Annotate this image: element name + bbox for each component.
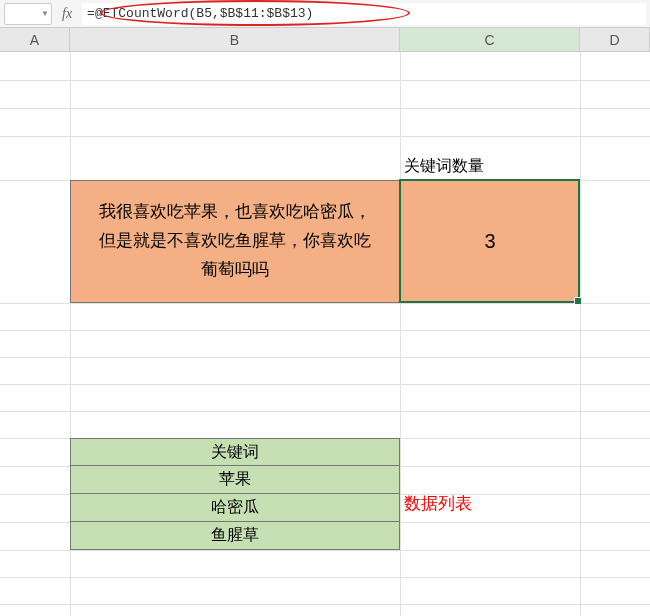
chevron-down-icon: ▼ bbox=[41, 9, 49, 18]
table-row[interactable]: 哈密瓜 bbox=[70, 494, 400, 522]
formula-bar: ▼ fx =@ETCountWord(B5,$B$11:$B$13) bbox=[0, 0, 650, 28]
cell-C5-result[interactable]: 3 bbox=[400, 180, 580, 303]
cell-B5-text[interactable]: 我很喜欢吃苹果，也喜欢吃哈密瓜，但是就是不喜欢吃鱼腥草，你喜欢吃葡萄吗吗 bbox=[70, 180, 400, 303]
fx-icon[interactable]: fx bbox=[56, 6, 78, 22]
col-header-A[interactable]: A bbox=[0, 28, 70, 52]
keyword-table: 关键词 苹果 哈密瓜 鱼腥草 bbox=[70, 438, 400, 550]
column-headers: A B C D bbox=[0, 28, 650, 52]
col-header-C[interactable]: C bbox=[400, 28, 580, 52]
orange-block: 我很喜欢吃苹果，也喜欢吃哈密瓜，但是就是不喜欢吃鱼腥草，你喜欢吃葡萄吗吗 3 bbox=[70, 180, 580, 303]
formula-input[interactable]: =@ETCountWord(B5,$B$11:$B$13) bbox=[82, 3, 646, 25]
formula-text: =@ETCountWord(B5,$B$11:$B$13) bbox=[87, 6, 313, 21]
name-box[interactable]: ▼ bbox=[4, 3, 52, 25]
col-header-D[interactable]: D bbox=[580, 28, 650, 52]
table-row[interactable]: 鱼腥草 bbox=[70, 522, 400, 550]
keyword-count-header: 关键词数量 bbox=[400, 152, 580, 180]
table-row[interactable]: 苹果 bbox=[70, 466, 400, 494]
spreadsheet-grid[interactable]: 关键词数量 我很喜欢吃苹果，也喜欢吃哈密瓜，但是就是不喜欢吃鱼腥草，你喜欢吃葡萄… bbox=[0, 52, 650, 616]
keyword-table-header[interactable]: 关键词 bbox=[70, 438, 400, 466]
col-header-B[interactable]: B bbox=[70, 28, 400, 52]
result-value: 3 bbox=[484, 230, 495, 253]
annotation-label: 数据列表 bbox=[404, 492, 472, 515]
